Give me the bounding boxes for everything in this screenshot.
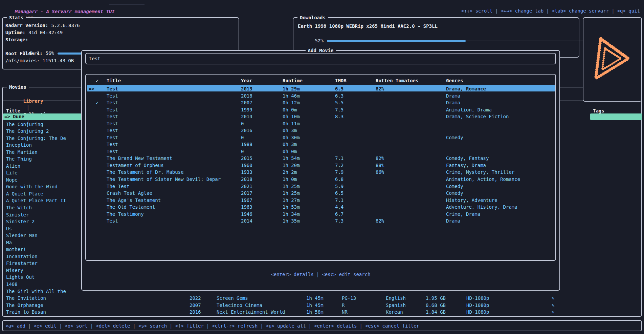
movie-list-item[interactable]: Sinister xyxy=(6,211,29,218)
results-cell[interactable]: 0h 11m xyxy=(283,120,300,127)
movie-list-item[interactable]: Incantation xyxy=(6,253,38,260)
results-cell[interactable]: Test xyxy=(107,106,118,113)
results-cell[interactable]: 1967 xyxy=(241,197,252,204)
results-cell[interactable]: Comedy xyxy=(446,190,463,196)
results-cell[interactable]: Crime, Drama xyxy=(446,211,480,217)
movie-list-item[interactable]: Slender Man xyxy=(6,232,38,239)
results-cell[interactable]: 1960 xyxy=(241,162,252,169)
movie-list-item[interactable]: Inception xyxy=(6,142,32,148)
results-cell[interactable]: 6.7 xyxy=(335,211,343,217)
movie-list-item[interactable]: A Quiet Place xyxy=(6,190,43,197)
movie-list-item[interactable]: A Quiet Place Part II xyxy=(6,197,66,204)
keybind-delete[interactable]: <del> delete xyxy=(96,323,130,329)
results-cell[interactable]: 4.4 xyxy=(335,204,343,210)
results-cell[interactable]: The Brand New Testament xyxy=(107,155,172,162)
movie-list-item[interactable]: Sinister 2 xyxy=(6,218,35,225)
movie-list-item[interactable]: Train to Busan xyxy=(6,309,46,315)
results-cell[interactable]: The Testimony xyxy=(107,211,144,217)
movie-list-selected-row[interactable]: => Dune xyxy=(3,113,81,120)
results-cell[interactable]: 1h 34m xyxy=(283,211,300,217)
movie-list-item[interactable]: The Invitation xyxy=(6,295,46,301)
movie-list-item[interactable]: Alien xyxy=(6,163,20,169)
results-cell[interactable]: 0 xyxy=(241,120,244,127)
movie-search-input[interactable] xyxy=(86,54,555,64)
results-cell[interactable]: Test xyxy=(107,92,118,99)
results-cell[interactable]: Comedy xyxy=(446,134,463,141)
keybind-quit[interactable]: <q> quit xyxy=(617,8,640,14)
added-check-icon[interactable]: ✓ xyxy=(96,99,98,106)
results-cell[interactable]: 6.5 xyxy=(335,190,343,196)
results-cell[interactable]: 1933 xyxy=(241,169,252,175)
keybind-search[interactable]: <s> search xyxy=(138,323,167,329)
keybind-details[interactable]: <enter> details xyxy=(271,272,313,277)
results-cell[interactable]: Drama, Romance xyxy=(446,85,486,92)
keybind-details[interactable]: <enter> details xyxy=(314,323,357,329)
results-cell[interactable]: 1h 54m xyxy=(283,155,300,162)
results-cell[interactable]: 2007 xyxy=(241,99,252,106)
results-cell[interactable]: 6.8 xyxy=(335,176,343,183)
movie-list-item[interactable]: mother! xyxy=(6,246,26,253)
results-cell[interactable]: Drama, Science Fiction xyxy=(446,113,509,120)
results-cell[interactable]: History, Adventure xyxy=(446,197,497,204)
results-cell[interactable]: 6.5 xyxy=(335,85,343,92)
results-cell[interactable]: Test xyxy=(107,127,118,134)
results-cell[interactable]: 1963 xyxy=(241,204,252,210)
results-cell[interactable]: 82% xyxy=(376,85,384,92)
results-cell[interactable]: Testament of Orpheus xyxy=(107,162,164,169)
results-cell[interactable]: 8.3 xyxy=(335,113,343,120)
results-cell[interactable]: 2015 xyxy=(241,155,252,162)
results-cell[interactable]: 1h 20m xyxy=(283,162,300,169)
results-cell[interactable]: Comedy xyxy=(446,183,463,190)
results-cell[interactable]: 7.1 xyxy=(335,155,343,162)
results-cell[interactable]: 5.9 xyxy=(335,183,343,190)
results-cell[interactable]: 6.3 xyxy=(335,92,343,99)
keybind-cancel-filter[interactable]: <esc> cancel filter xyxy=(365,323,419,329)
keybind-scroll[interactable]: <↑↓> scroll xyxy=(461,8,493,14)
results-cell[interactable]: 1946 xyxy=(241,211,252,217)
movie-list-item[interactable]: Us xyxy=(6,225,12,232)
results-cell[interactable]: 0h 0m xyxy=(283,148,297,155)
results-cell[interactable]: The Testament of Dr. Mabuse xyxy=(107,169,184,175)
results-cell[interactable]: 2021 xyxy=(241,183,252,190)
results-cell[interactable]: 82% xyxy=(376,155,384,162)
movie-list-item[interactable]: Firestarter xyxy=(6,260,38,267)
results-cell[interactable]: 1h 25m xyxy=(283,190,300,196)
keybind-add[interactable]: <a> add xyxy=(5,323,25,329)
results-cell[interactable]: Crash Test Aglae xyxy=(107,190,152,196)
results-cell[interactable]: 7.5 xyxy=(335,106,343,113)
movie-list-item[interactable]: The Girl with All the xyxy=(6,288,66,295)
results-cell[interactable]: 1999 xyxy=(241,106,252,113)
keybind-sort[interactable]: <o> sort xyxy=(65,323,87,329)
results-cell[interactable]: Crime, Mystery, Thriller xyxy=(446,169,514,175)
results-cell[interactable]: Test xyxy=(107,85,118,92)
results-cell[interactable]: Drama xyxy=(446,92,460,99)
keybind-change-tab[interactable]: <←→> change tab xyxy=(501,8,543,14)
results-cell[interactable]: The Testament of Sister New Devil: Depar xyxy=(107,176,221,183)
results-cell[interactable]: Test xyxy=(107,99,118,106)
results-cell[interactable]: 0h 0m xyxy=(283,106,297,113)
results-cell[interactable]: 1h 29m xyxy=(283,85,300,92)
results-cell[interactable]: Comedy, Fantasy xyxy=(446,155,489,162)
results-cell[interactable]: Test xyxy=(107,120,118,127)
results-cell[interactable]: 5.5 xyxy=(335,99,343,106)
results-cell[interactable]: 2h 2m xyxy=(283,169,297,175)
results-cell[interactable]: Test xyxy=(107,113,118,120)
results-cell[interactable]: The Old Testament xyxy=(107,204,155,210)
movie-list-item[interactable]: The Orphanage xyxy=(6,302,43,309)
results-cell[interactable]: 1988 xyxy=(241,141,252,148)
results-cell[interactable]: 82% xyxy=(376,217,384,224)
results-cell[interactable]: 1h 27m xyxy=(283,197,300,204)
results-cell[interactable]: Test xyxy=(107,141,118,148)
movie-list-item[interactable]: Gone with the Wind xyxy=(6,183,58,190)
results-cell[interactable]: 88% xyxy=(376,162,384,169)
results-cell[interactable]: 1h 0m xyxy=(283,176,297,183)
results-cell[interactable]: 0 xyxy=(241,134,244,141)
results-cell[interactable]: 7.3 xyxy=(335,217,343,224)
keybind-refresh[interactable]: <ctrl-r> refresh xyxy=(212,323,258,329)
results-cell[interactable]: 0h 12m xyxy=(283,99,300,106)
results-cell[interactable]: 1h 35m xyxy=(283,217,300,224)
results-cell[interactable]: Fantasy, Drama xyxy=(446,162,486,169)
results-cell[interactable]: Adventure, History, Drama xyxy=(446,204,517,210)
results-cell[interactable]: 0h 10m xyxy=(283,113,300,120)
results-cell[interactable]: 2014 xyxy=(241,113,252,120)
